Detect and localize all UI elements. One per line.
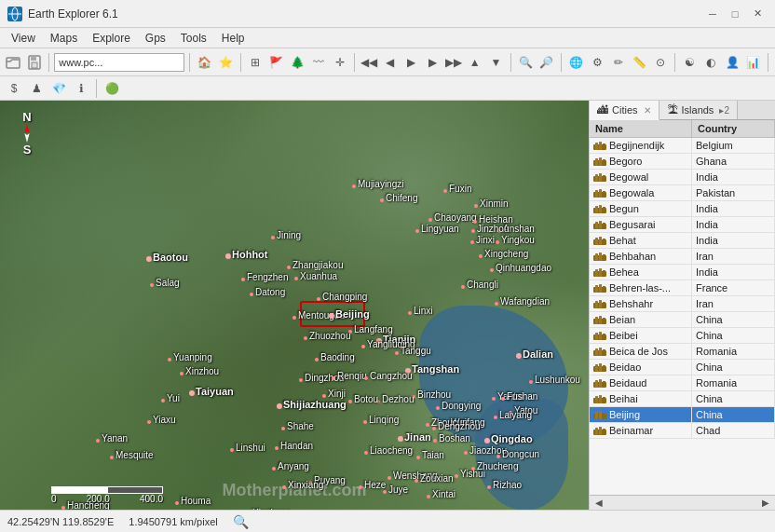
table-row[interactable]: Behren-las-... France xyxy=(590,280,775,296)
tab-cities[interactable]: 🏙 Cities ✕ xyxy=(590,101,659,120)
table-row[interactable]: Begoro Ghana xyxy=(590,154,775,170)
tb-settings[interactable]: ⚙ xyxy=(588,52,607,73)
table-row[interactable]: Behshahr Iran xyxy=(590,296,775,312)
tb-person[interactable]: 👤 xyxy=(723,52,742,73)
tb-prev[interactable]: ◀ xyxy=(381,52,401,73)
city-label: Chifeng xyxy=(386,193,417,203)
sep5 xyxy=(510,53,511,72)
tb-next2[interactable]: ▶▶ xyxy=(444,52,464,73)
table-row[interactable]: Beijing China xyxy=(590,407,775,423)
tab-cities-close[interactable]: ✕ xyxy=(644,105,651,116)
menu-tools[interactable]: Tools xyxy=(173,30,214,47)
tb-chart[interactable]: 📊 xyxy=(743,52,763,73)
table-row[interactable]: Begowal India xyxy=(590,170,775,185)
tb2-info[interactable]: ℹ xyxy=(71,78,91,99)
city-row-icon xyxy=(593,220,606,229)
tb-open[interactable] xyxy=(4,52,23,73)
tb-star[interactable]: ⭐ xyxy=(216,52,236,73)
cell-name: Beidao xyxy=(590,360,692,375)
tb-play[interactable]: ▶ xyxy=(401,52,421,73)
svg-rect-79 xyxy=(599,411,602,419)
compass: N S xyxy=(13,110,41,157)
zoom-in-icon[interactable]: 🔍 xyxy=(233,514,249,529)
svg-rect-24 xyxy=(603,191,605,198)
scroll-left[interactable]: ◀ xyxy=(591,497,606,509)
titlebar: Earth Explorer 6.1 ─ □ ✕ xyxy=(0,0,775,28)
table-row[interactable]: Beinamar Chad xyxy=(590,423,775,439)
tb-cross[interactable]: ✛ xyxy=(330,52,349,73)
city-dot xyxy=(501,397,505,401)
table-row[interactable]: Beihai China xyxy=(590,391,775,407)
table-row[interactable]: Begijnendijk Belgium xyxy=(590,138,775,154)
minimize-button[interactable]: ─ xyxy=(702,4,723,24)
city-label: Fengzhen xyxy=(247,272,288,282)
tb-home[interactable]: 🏠 xyxy=(195,52,214,73)
close-button[interactable]: ✕ xyxy=(747,4,768,24)
tb-grid[interactable]: ⊞ xyxy=(246,52,265,73)
maximize-button[interactable]: □ xyxy=(725,4,745,24)
tb-prev2[interactable]: ◀◀ xyxy=(360,52,379,73)
city-label: Handan xyxy=(280,441,313,451)
tb-search1[interactable]: 🔍 xyxy=(516,52,536,73)
menu-view[interactable]: View xyxy=(4,30,43,47)
tb-wave[interactable]: 〰 xyxy=(309,52,329,73)
table-header: Name Country xyxy=(590,120,775,138)
svg-rect-35 xyxy=(599,237,602,245)
tb-ruler[interactable]: 📏 xyxy=(630,52,649,73)
cities-tab-icon: 🏙 xyxy=(597,103,608,116)
svg-rect-15 xyxy=(599,157,602,166)
table-row[interactable]: Behbahan Iran xyxy=(590,249,775,265)
scroll-right[interactable]: ▶ xyxy=(758,497,773,509)
svg-rect-47 xyxy=(599,284,602,293)
table-row[interactable]: Begowala Pakistan xyxy=(590,185,775,201)
svg-rect-82 xyxy=(595,428,598,435)
tb-tree[interactable]: 🌲 xyxy=(288,52,307,73)
url-input[interactable] xyxy=(54,53,184,72)
islands-tab-icon: 🏝 xyxy=(667,103,678,116)
city-dot xyxy=(415,229,419,233)
tb2-dollar[interactable]: $ xyxy=(4,78,24,99)
tb-pencil[interactable]: ✏ xyxy=(608,52,628,73)
map[interactable]: N S 0 200.0 400.0 Motherplanet.com Mujia xyxy=(0,101,589,510)
menu-maps[interactable]: Maps xyxy=(43,30,85,47)
tb2-green[interactable]: 🟢 xyxy=(102,78,122,99)
city-row-icon xyxy=(593,283,606,293)
tb-down[interactable]: ▼ xyxy=(486,52,506,73)
table-row[interactable]: Beica de Jos Romania xyxy=(590,344,775,360)
tab-islands[interactable]: 🏝 Islands ▸2 xyxy=(659,101,738,119)
tb2-person2[interactable]: ♟ xyxy=(26,78,47,99)
table-row[interactable]: Behea India xyxy=(590,265,775,280)
tb-globe[interactable]: 🌐 xyxy=(566,52,586,73)
city-dot xyxy=(495,302,498,306)
table-row[interactable]: Beian China xyxy=(590,312,775,328)
table-row[interactable]: Behat India xyxy=(590,233,775,249)
city-dot xyxy=(299,378,303,382)
tb-next[interactable]: ▶ xyxy=(423,52,442,73)
city-label: Jinan xyxy=(404,431,431,443)
tb-moon[interactable]: ◐ xyxy=(701,52,721,73)
city-label: Hohhot xyxy=(232,249,267,260)
svg-rect-40 xyxy=(603,254,605,261)
table-row[interactable]: Begun India xyxy=(590,201,775,217)
city-dot xyxy=(364,376,368,380)
tb-flag[interactable]: 🚩 xyxy=(266,52,286,73)
menu-explore[interactable]: Explore xyxy=(85,30,138,47)
tb-search2[interactable]: 🔎 xyxy=(537,52,556,73)
city-label: Hancheng xyxy=(67,500,110,510)
city-label: Lushunkou xyxy=(535,375,580,385)
table-row[interactable]: Beidaud Romania xyxy=(590,375,775,391)
menu-gps[interactable]: Gps xyxy=(138,30,173,47)
table-row[interactable]: Begusarai India xyxy=(590,217,775,233)
tb-circle[interactable]: ⊙ xyxy=(651,52,671,73)
tb-up[interactable]: ▲ xyxy=(465,52,484,73)
tb2-diamond[interactable]: 💎 xyxy=(48,78,69,99)
svg-rect-78 xyxy=(595,412,598,419)
panel-table[interactable]: Name Country Begijnendijk Belgium xyxy=(590,120,775,495)
table-row[interactable]: Beibei China xyxy=(590,328,775,344)
city-row-icon xyxy=(593,378,606,388)
city-dot xyxy=(428,218,432,222)
menu-help[interactable]: Help xyxy=(214,30,252,47)
table-row[interactable]: Beidao China xyxy=(590,360,775,375)
tb-save[interactable] xyxy=(25,52,45,73)
tb-yin[interactable]: ☯ xyxy=(680,52,700,73)
